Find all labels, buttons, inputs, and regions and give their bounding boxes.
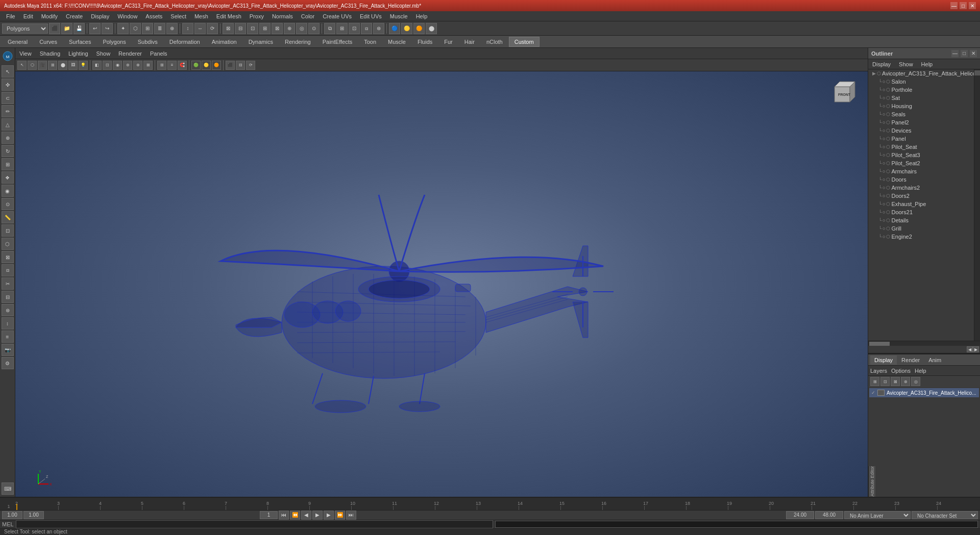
menu-edit-uvs[interactable]: Edit UVs bbox=[356, 12, 386, 20]
minimize-button[interactable]: — bbox=[950, 2, 958, 9]
vp-menu-panels[interactable]: Panels bbox=[148, 49, 169, 58]
toolbar-btn-18[interactable]: ⊠ bbox=[272, 23, 283, 34]
tab-painteffects[interactable]: PaintEffects bbox=[317, 37, 358, 47]
outliner-menu-help[interactable]: Help bbox=[919, 60, 935, 68]
tab-general[interactable]: General bbox=[2, 37, 33, 47]
playback-next-key[interactable]: ⏩ bbox=[335, 511, 345, 520]
vp-back-btn[interactable]: ⊕ bbox=[133, 61, 142, 70]
tool-bridge[interactable]: ⊟ bbox=[2, 291, 14, 303]
toolbar-btn-15[interactable]: ⊟ bbox=[235, 23, 246, 34]
character-set-select[interactable]: No Character Set bbox=[912, 511, 978, 519]
tab-subdivs[interactable]: Subdivs bbox=[132, 37, 163, 47]
toolbar-btn-5[interactable]: ↪ bbox=[102, 23, 113, 34]
toolbar-btn-13[interactable]: ⟳ bbox=[207, 23, 218, 34]
menu-create[interactable]: Create bbox=[62, 12, 87, 20]
menu-assets[interactable]: Assets bbox=[141, 12, 166, 20]
tool-soft[interactable]: ◉ bbox=[2, 185, 14, 197]
outliner-minimize[interactable]: — bbox=[951, 50, 959, 57]
toolbar-btn-10[interactable]: ⊕ bbox=[166, 23, 178, 34]
tool-paint[interactable]: ✏ bbox=[2, 105, 14, 117]
cb-icon-2[interactable]: ⊡ bbox=[880, 377, 890, 386]
toolbar-btn-19[interactable]: ⊕ bbox=[284, 23, 295, 34]
tool-bevel[interactable]: ⬡ bbox=[2, 238, 14, 250]
outliner-scroll-right[interactable]: ▶ bbox=[973, 346, 979, 352]
outliner-item-devices[interactable]: └ ○ ⬡ Devices bbox=[868, 126, 974, 135]
tab-ncloth[interactable]: nCloth bbox=[481, 37, 508, 47]
vp-wire-btn[interactable]: ⊞ bbox=[48, 61, 57, 70]
outliner-menu-display[interactable]: Display bbox=[870, 60, 893, 68]
outliner-scroll-thumb[interactable] bbox=[974, 70, 980, 75]
toolbar-btn-27[interactable]: 🔵 bbox=[389, 23, 400, 34]
menu-display[interactable]: Display bbox=[87, 12, 113, 20]
outliner-item-armchairs[interactable]: └ ○ ⬡ Armchairs bbox=[868, 167, 974, 175]
outliner-hscroll-thumb[interactable] bbox=[869, 342, 890, 346]
toolbar-btn-16[interactable]: ⊡ bbox=[247, 23, 258, 34]
outliner-horizontal-scrollbar[interactable] bbox=[868, 341, 980, 346]
tool-spin[interactable]: ↕ bbox=[2, 317, 14, 329]
tab-polygons[interactable]: Polygons bbox=[97, 37, 131, 47]
toolbar-btn-6[interactable]: ✦ bbox=[117, 23, 129, 34]
outliner-item-details[interactable]: └ ○ ⬡ Details bbox=[868, 216, 974, 224]
outliner-content[interactable]: ▶ ⬡ Avicopter_AC313_Fire_Attack_Helicopt… bbox=[868, 69, 974, 341]
tool-select[interactable]: ↖ bbox=[2, 65, 14, 78]
tab-rendering[interactable]: Rendering bbox=[279, 37, 316, 47]
tool-snap[interactable]: ⊙ bbox=[2, 198, 14, 210]
outliner-item-panel2[interactable]: └ ○ ⬡ Panel2 bbox=[868, 118, 974, 126]
toolbar-btn-22[interactable]: ⧉ bbox=[324, 23, 335, 34]
tool-universal[interactable]: ❖ bbox=[2, 171, 14, 184]
vp-smooth-btn[interactable]: ⬤ bbox=[58, 61, 67, 70]
outliner-item-doors2[interactable]: └ ○ ⬡ Doors2 bbox=[868, 192, 974, 200]
cb-icon-1[interactable]: ⊞ bbox=[870, 377, 879, 386]
anim-start-input[interactable] bbox=[786, 511, 814, 519]
playback-prev-key[interactable]: ⏪ bbox=[290, 511, 300, 520]
vp-xray-btn[interactable]: ◉ bbox=[113, 61, 122, 70]
vp-menu-lighting[interactable]: Lighting bbox=[66, 49, 90, 58]
toolbar-btn-21[interactable]: ⊙ bbox=[308, 23, 320, 34]
range-start-input[interactable] bbox=[2, 511, 22, 519]
toolbar-btn-9[interactable]: ≣ bbox=[154, 23, 165, 34]
cb-icon-5[interactable]: ◎ bbox=[911, 377, 920, 386]
toolbar-btn-28[interactable]: 🟡 bbox=[401, 23, 412, 34]
toolbar-btn-1[interactable]: ⬛ bbox=[49, 23, 60, 34]
cb-tab-anim[interactable]: Anim bbox=[924, 355, 945, 365]
toolbar-btn-12[interactable]: ↔ bbox=[194, 23, 206, 34]
mel-input[interactable] bbox=[16, 520, 493, 528]
menu-color[interactable]: Color bbox=[297, 12, 318, 20]
outliner-item-root[interactable]: ▶ ⬡ Avicopter_AC313_Fire_Attack_Helicopt… bbox=[868, 69, 974, 78]
outliner-item-porthole[interactable]: └ ○ ⬡ Porthole bbox=[868, 86, 974, 94]
menu-create-uvs[interactable]: Create UVs bbox=[318, 12, 356, 20]
tab-fur[interactable]: Fur bbox=[438, 37, 458, 47]
timeline[interactable]: 1 2 3 4 5 6 7 8 9 10 11 12 13 14 bbox=[0, 498, 980, 511]
toolbar-btn-20[interactable]: ◎ bbox=[296, 23, 307, 34]
vp-light-btn[interactable]: 💡 bbox=[79, 61, 88, 70]
tool-measure[interactable]: 📏 bbox=[2, 211, 14, 223]
attribute-editor-tab[interactable]: Attribute Editor bbox=[868, 466, 875, 497]
outliner-item-salon[interactable]: └ ○ ⬡ Salon bbox=[868, 78, 974, 86]
tool-cut[interactable]: ✂ bbox=[2, 277, 14, 290]
vp-select-btn[interactable]: ↖ bbox=[17, 61, 27, 70]
toolbar-btn-4[interactable]: ↩ bbox=[89, 23, 101, 34]
outliner-menu-show[interactable]: Show bbox=[897, 60, 915, 68]
menu-normals[interactable]: Normals bbox=[268, 12, 297, 20]
menu-help[interactable]: Help bbox=[412, 12, 432, 20]
tab-dynamics[interactable]: Dynamics bbox=[243, 37, 279, 47]
outliner-item-armchairs2[interactable]: └ ○ ⬡ Armchairs2 bbox=[868, 184, 974, 192]
tool-render[interactable]: ⚙ bbox=[2, 357, 14, 369]
vp-obj-btn[interactable]: ⬡ bbox=[28, 61, 37, 70]
tool-scale[interactable]: ⊞ bbox=[2, 158, 14, 170]
tab-curves[interactable]: Curves bbox=[34, 37, 63, 47]
tab-fluids[interactable]: Fluids bbox=[412, 37, 438, 47]
outliner-item-doors[interactable]: └ ○ ⬡ Doors bbox=[868, 175, 974, 184]
tab-toon[interactable]: Toon bbox=[358, 37, 382, 47]
vp-shaded-btn[interactable]: ◧ bbox=[92, 61, 102, 70]
cb-layer-row[interactable]: ✓ Avicopter_AC313_Fire_Attack_Helico... bbox=[869, 388, 979, 397]
vp-menu-shading[interactable]: Shading bbox=[38, 49, 62, 58]
range-end-input[interactable] bbox=[23, 511, 44, 519]
vp-menu-renderer[interactable]: Renderer bbox=[116, 49, 144, 58]
toolbar-btn-7[interactable]: ⬡ bbox=[130, 23, 141, 34]
vp-snap-btn[interactable]: 🧲 bbox=[178, 61, 187, 70]
playback-next-frame[interactable]: ▶ bbox=[324, 511, 334, 520]
vp-depth-btn[interactable]: ⊠ bbox=[143, 61, 153, 70]
vp-sync-btn[interactable]: ⟳ bbox=[246, 61, 255, 70]
toolbar-btn-24[interactable]: ⊡ bbox=[349, 23, 360, 34]
